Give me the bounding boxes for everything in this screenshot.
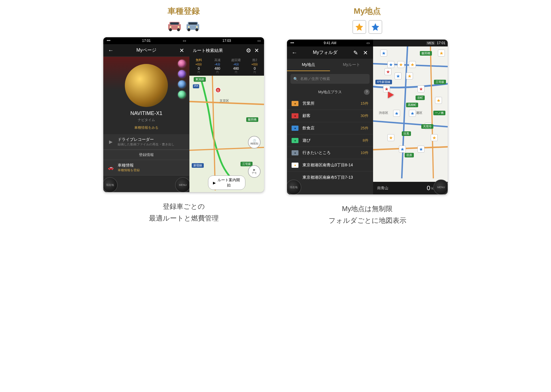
back-button[interactable]: ← xyxy=(107,47,115,54)
close-button[interactable]: ✕ xyxy=(178,47,186,54)
folder-icon: ★ xyxy=(292,150,298,155)
recorder-title: ドライブレコーダー xyxy=(118,137,185,142)
address-item[interactable]: 東京都港区南麻布5丁目7-13 xyxy=(287,171,373,184)
map-star[interactable]: ★ xyxy=(406,73,413,79)
signal-icon: ••• xyxy=(290,41,294,45)
map-label: 高樹町 xyxy=(406,103,418,107)
svg-rect-9 xyxy=(189,22,197,25)
device-right: ••• 9:41 AM ▭ ← Myフォルダ ✎ ✕ My地点 Myルート xyxy=(287,40,448,194)
route-tab-avoid[interactable]: 超回避 -4分 480 円 xyxy=(227,57,245,75)
folder-item[interactable]: ★ 営業所 15件 xyxy=(287,97,373,110)
help-icon[interactable]: ? xyxy=(364,89,370,95)
map-label: 一ノ橋 xyxy=(433,111,445,115)
address-item[interactable]: ★ 東京都港区南青山3丁目8-14 xyxy=(287,159,373,171)
speed-value: 0 xyxy=(427,184,430,192)
speed-location: 南青山 xyxy=(377,186,427,191)
close-button[interactable]: ✕ xyxy=(253,47,261,54)
star-blue xyxy=(368,20,382,34)
map-label: 荏原 xyxy=(405,153,414,157)
battery-icon: ▭ xyxy=(257,39,261,43)
car-info-link[interactable]: 車種情報をみる xyxy=(134,125,158,130)
nav-header: ← Myページ ✕ xyxy=(103,44,189,57)
folder-item[interactable]: ★ 遊び 8件 xyxy=(287,134,373,147)
tab-myspot[interactable]: My地点 xyxy=(287,59,330,71)
status-bar: ••• 9:41 AM ▭ xyxy=(287,40,373,46)
panel-map-stars: VICS 17:01 ★ ★ ★ ★ ★ xyxy=(373,40,448,194)
car-icon-blue xyxy=(185,20,201,32)
carinfo-title: 車種情報 xyxy=(118,163,185,168)
panel-route-result: 17:03 ▭ ルート検索結果 ⚙ ✕ 無料 +0分 0 円 xyxy=(189,37,264,192)
route-header: ルート検索結果 ⚙ ✕ xyxy=(189,44,264,57)
map-label: 新宿線 xyxy=(192,163,204,168)
menu-knob[interactable]: MENU xyxy=(175,177,191,192)
folder-item[interactable]: ★ 飲食店 25件 xyxy=(287,122,373,134)
car-name: NAVITIME-X1 xyxy=(130,110,162,116)
map-star[interactable]: ★ xyxy=(393,110,400,117)
back-button[interactable]: ← xyxy=(290,49,298,56)
car-icon-row xyxy=(166,20,201,32)
reg-section-header: 登録情報 xyxy=(103,150,189,160)
orb-blue[interactable] xyxy=(178,80,186,88)
map-star[interactable]: ★ xyxy=(387,134,394,141)
car-profile-image[interactable] xyxy=(125,64,168,107)
battery-icon: ▭ xyxy=(366,41,370,45)
map-star[interactable]: ★ xyxy=(435,97,442,104)
map-star[interactable]: ★ xyxy=(431,134,438,141)
close-button[interactable]: ✕ xyxy=(362,49,370,56)
recorder-sub: 録画した動画ファイルの再生・書き出し xyxy=(118,142,185,147)
menu-knob[interactable]: MENU xyxy=(433,180,448,194)
map-time: 17:01 xyxy=(437,41,445,45)
current-location-knob[interactable]: 現在地 xyxy=(103,177,118,192)
folder-icon: ★ xyxy=(292,138,298,143)
map-star[interactable]: ★ xyxy=(399,146,406,153)
time-button[interactable]: 🕐時間別 xyxy=(248,136,261,149)
orb-green[interactable] xyxy=(178,91,186,99)
map-star[interactable]: ★ xyxy=(395,73,401,79)
map-star[interactable]: ★ xyxy=(409,110,416,117)
carinfo-sub: 車種情報を登録 xyxy=(118,168,185,172)
signal-icon: ••• xyxy=(107,39,110,43)
feature-title: My地点 xyxy=(354,6,381,17)
status-time: 17:03 xyxy=(222,39,231,43)
map-label: 三宅坂 xyxy=(240,162,253,166)
map-star[interactable]: ★ xyxy=(385,68,391,75)
map-star[interactable]: ★ xyxy=(397,61,404,68)
spot-icon: ★ xyxy=(292,163,298,168)
route-tab-rec2[interactable]: 推2 +0分 0 円 xyxy=(245,57,264,75)
start-route-button[interactable]: ▶ルート案内開始 xyxy=(208,175,245,190)
map-star[interactable]: ★ xyxy=(438,50,445,56)
battery-icon: ▭ xyxy=(183,39,186,43)
route-title: ルート検索結果 xyxy=(193,48,245,53)
profile-area: NAVITIME-X1 ナビタイム 車種情報をみる xyxy=(103,57,189,134)
orb-purple[interactable] xyxy=(178,70,186,78)
search-input[interactable]: 🔍 名称／住所で検索 xyxy=(290,74,370,84)
folder-icon: ★ xyxy=(292,113,298,118)
map-spots[interactable]: VICS 17:01 ★ ★ ★ ★ ★ xyxy=(373,40,448,194)
current-location-knob[interactable]: 現在地 xyxy=(287,180,301,194)
car-info-item[interactable]: 🚗 車種情報 車種情報を登録 xyxy=(103,160,189,175)
map-star[interactable]: ★ xyxy=(380,50,387,56)
map-star[interactable]: ★ xyxy=(418,85,424,92)
map-star[interactable]: ★ xyxy=(387,61,394,68)
tab-myroute[interactable]: Myルート xyxy=(330,59,373,71)
folder-tabs: My地点 Myルート xyxy=(287,59,373,71)
route-tab-highway[interactable]: 高速 -4分 480 円 xyxy=(208,57,227,75)
orb-pink[interactable] xyxy=(178,60,186,68)
car-icon-red xyxy=(166,20,183,32)
nav-header: ← Myフォルダ ✎ ✕ xyxy=(287,46,373,59)
demo-button[interactable]: ▶デモ xyxy=(248,165,261,178)
drive-recorder-item[interactable]: ▶ ドライブレコーダー 録画した動画ファイルの再生・書き出し xyxy=(103,134,189,150)
vics-badge: VICS xyxy=(426,41,435,45)
edit-button[interactable]: ✎ xyxy=(352,49,360,56)
map-roads xyxy=(373,46,448,194)
route-tab-free[interactable]: 無料 +0分 0 円 xyxy=(189,57,208,75)
map-star[interactable]: ★ xyxy=(409,61,416,68)
folder-item[interactable]: ★ 顧客 30件 xyxy=(287,110,373,122)
settings-button[interactable]: ⚙ xyxy=(245,47,253,54)
map-route[interactable]: G 東池袋 254 文京区 飯田橋 三宅坂 谷町 新宿線 🕐時間別 ▶デモ ▶ル… xyxy=(189,76,264,192)
map-star[interactable]: ★ xyxy=(418,146,424,153)
folder-item[interactable]: ★ 行きたいところ 10件 xyxy=(287,147,373,159)
map-label: 谷町 xyxy=(416,95,425,100)
route-badge: 254 xyxy=(193,84,199,88)
page-title: Myページ xyxy=(136,47,156,53)
